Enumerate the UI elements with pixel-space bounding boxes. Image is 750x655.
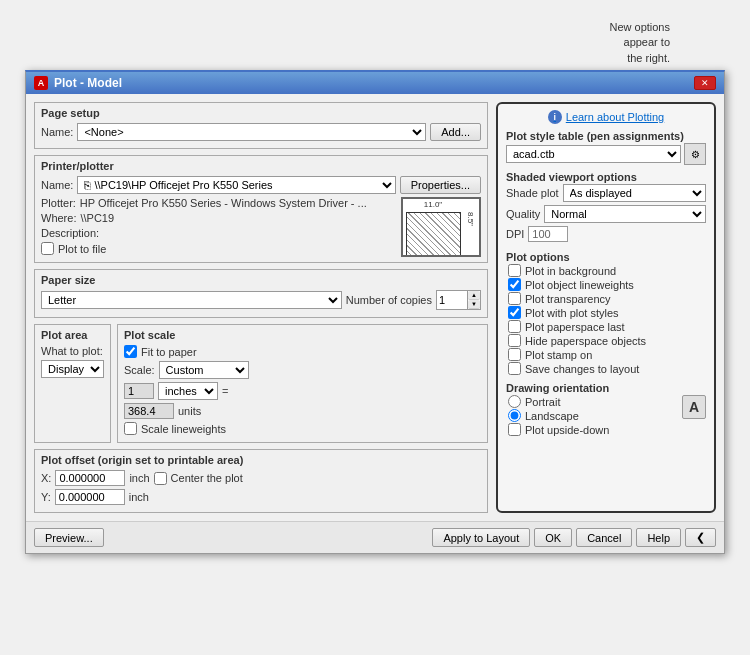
where-value: \\PC19	[80, 212, 114, 224]
scale-unit2: units	[178, 405, 201, 417]
dpi-input	[528, 226, 568, 242]
scale-lineweights-checkbox[interactable]	[124, 422, 137, 435]
copies-input[interactable]	[437, 293, 467, 307]
scale-label: Scale:	[124, 364, 155, 376]
page-setup-title: Page setup	[41, 107, 481, 119]
desc-row: Description:	[41, 227, 395, 239]
what-to-plot-row: What to plot:	[41, 345, 104, 357]
plot-to-file-label: Plot to file	[58, 243, 106, 255]
what-to-plot-select[interactable]: Display	[41, 360, 104, 378]
fit-to-paper-row: Fit to paper	[124, 345, 481, 358]
learn-link[interactable]: i Learn about Plotting	[506, 110, 706, 124]
plot-offset-title: Plot offset (origin set to printable are…	[41, 454, 481, 466]
plot-scale-group: Plot scale Fit to paper Scale: Custom	[117, 324, 488, 443]
printer-plotter-title: Printer/plotter	[41, 160, 481, 172]
dialog-window: A Plot - Model ✕ Page setup Name: <None>…	[25, 70, 725, 554]
x-input[interactable]	[55, 470, 125, 486]
option-label-1: Plot object lineweights	[525, 279, 634, 291]
dialog-body: Page setup Name: <None> Add... Printer/p…	[26, 94, 724, 521]
copies-down[interactable]: ▼	[468, 300, 480, 309]
help-button[interactable]: Help	[636, 528, 681, 547]
scale-select[interactable]: Custom	[159, 361, 249, 379]
printer-name-row: Name: ⎘ \\PC19\HP Officejet Pro K550 Ser…	[41, 176, 481, 194]
scale-value2[interactable]	[124, 403, 174, 419]
landscape-label: Landscape	[525, 410, 579, 422]
option-label-6: Plot stamp on	[525, 349, 592, 361]
annotation: New options appear to the right.	[609, 20, 670, 66]
landscape-radio[interactable]	[508, 409, 521, 422]
plot-style-select[interactable]: acad.ctb	[506, 145, 681, 163]
plot-area-scale-row: Plot area What to plot: Display Plot sca…	[34, 324, 488, 443]
copies-up[interactable]: ▲	[468, 291, 480, 300]
cancel-button[interactable]: Cancel	[576, 528, 632, 547]
add-button[interactable]: Add...	[430, 123, 481, 141]
option-checkbox-2[interactable]	[508, 292, 521, 305]
y-label: Y:	[41, 491, 51, 503]
close-button[interactable]: ✕	[694, 76, 716, 90]
landscape-preview-btn: A	[682, 395, 706, 419]
arrow-button[interactable]: ❮	[685, 528, 716, 547]
option-checkbox-6[interactable]	[508, 348, 521, 361]
option-row-4: Plot paperspace last	[506, 320, 706, 333]
option-label-4: Plot paperspace last	[525, 321, 625, 333]
paper-size-group: Paper size Letter Number of copies ▲ ▼	[34, 269, 488, 318]
shade-plot-label: Shade plot	[506, 187, 559, 199]
dpi-row: DPI	[506, 226, 706, 242]
page-setup-name-label: Name:	[41, 126, 73, 138]
scale-lineweights-label: Scale lineweights	[141, 423, 226, 435]
printer-name-select[interactable]: ⎘ \\PC19\HP Officejet Pro K550 Series	[77, 176, 395, 194]
learn-link-text: Learn about Plotting	[566, 111, 664, 123]
scale-unit1[interactable]: inches	[158, 382, 218, 400]
edit-style-button[interactable]: ⚙	[684, 143, 706, 165]
option-row-2: Plot transparency	[506, 292, 706, 305]
scale-lineweights-row: Scale lineweights	[124, 422, 481, 435]
what-to-plot-label: What to plot:	[41, 345, 103, 357]
pen-assignments-row: acad.ctb ⚙	[506, 143, 706, 165]
option-checkbox-7[interactable]	[508, 362, 521, 375]
copies-label: Number of copies	[346, 294, 432, 306]
ok-button[interactable]: OK	[534, 528, 572, 547]
apply-to-layout-button[interactable]: Apply to Layout	[432, 528, 530, 547]
quality-select[interactable]: Draft Preview Normal Presentation Maximu…	[544, 205, 706, 223]
portrait-radio[interactable]	[508, 395, 521, 408]
upside-down-checkbox[interactable]	[508, 423, 521, 436]
title-bar: A Plot - Model ✕	[26, 72, 724, 94]
shade-plot-select[interactable]: As displayed Legacy wireframe Legacy hid…	[563, 184, 706, 202]
y-input[interactable]	[55, 489, 125, 505]
paper-size-row: Letter Number of copies ▲ ▼	[41, 290, 481, 310]
option-row-3: Plot with plot styles	[506, 306, 706, 319]
orientation-label: Drawing orientation	[506, 382, 706, 394]
option-row-6: Plot stamp on	[506, 348, 706, 361]
center-plot-checkbox[interactable]	[154, 472, 167, 485]
portrait-label: Portrait	[525, 396, 560, 408]
option-checkbox-3[interactable]	[508, 306, 521, 319]
option-checkbox-5[interactable]	[508, 334, 521, 347]
title-bar-left: A Plot - Model	[34, 76, 122, 90]
properties-button[interactable]: Properties...	[400, 176, 481, 194]
fit-to-paper-checkbox[interactable]	[124, 345, 137, 358]
paper-size-select[interactable]: Letter	[41, 291, 342, 309]
x-unit: inch	[129, 472, 149, 484]
where-label: Where:	[41, 212, 76, 224]
preview-button[interactable]: Preview...	[34, 528, 104, 547]
preview-paper	[406, 212, 461, 257]
bottom-bar: Preview... Apply to Layout OK Cancel Hel…	[26, 521, 724, 553]
option-checkbox-1[interactable]	[508, 278, 521, 291]
printer-name-label: Name:	[41, 179, 73, 191]
option-label-5: Hide paperspace objects	[525, 335, 646, 347]
bottom-bar-left: Preview...	[34, 528, 104, 547]
option-checkbox-0[interactable]	[508, 264, 521, 277]
paper-size-title: Paper size	[41, 274, 481, 286]
center-plot-label: Center the plot	[171, 472, 243, 484]
plot-area-group: Plot area What to plot: Display	[34, 324, 111, 443]
scale-values-row: inches =	[124, 382, 481, 400]
scale-units-row: units	[124, 403, 481, 419]
option-checkbox-4[interactable]	[508, 320, 521, 333]
page-setup-name-select[interactable]: <None>	[77, 123, 426, 141]
shade-plot-row: Shade plot As displayed Legacy wireframe…	[506, 184, 706, 202]
plot-to-file-row: Plot to file	[41, 242, 395, 255]
dim-horizontal: 11.0"	[406, 200, 461, 209]
plot-scale-title: Plot scale	[124, 329, 481, 341]
plot-to-file-checkbox[interactable]	[41, 242, 54, 255]
scale-value1[interactable]	[124, 383, 154, 399]
